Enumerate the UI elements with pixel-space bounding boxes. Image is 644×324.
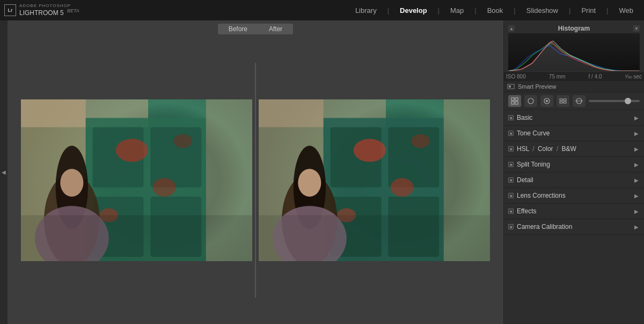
after-photo — [259, 99, 490, 262]
svg-rect-40 — [515, 102, 518, 104]
tool-eye-icon[interactable] — [573, 95, 586, 107]
panel-toggle-split-toning[interactable]: ■ — [508, 162, 514, 167]
nav-slideshow[interactable]: Slideshow — [526, 4, 558, 17]
panel-row-detail[interactable]: ■ Detail ▶ — [504, 172, 644, 188]
panel-arrow-detail: ▶ — [634, 177, 639, 183]
svg-point-7 — [116, 139, 148, 162]
panel-label-detail: Detail — [517, 176, 533, 184]
panel-toggle-detail[interactable]: ■ — [508, 177, 514, 183]
before-tab[interactable]: Before — [218, 24, 258, 34]
svg-point-10 — [173, 134, 192, 148]
nav-menu: Library | Develop | Map | Book | Slidesh… — [355, 4, 644, 17]
svg-point-8 — [153, 178, 176, 196]
smart-preview-label: Smart Preview — [518, 83, 557, 90]
after-photo-frame — [259, 99, 490, 262]
svg-rect-33 — [259, 215, 490, 261]
panel-toggle-basic[interactable]: ■ — [508, 115, 514, 120]
svg-rect-39 — [511, 102, 514, 104]
nav-library[interactable]: Library — [355, 4, 377, 17]
svg-point-24 — [354, 139, 386, 162]
nav-sep-1: | — [387, 6, 389, 15]
smart-preview-bar[interactable]: Smart Preview — [504, 81, 644, 92]
top-bar: Lr ADOBE PHOTOSHOP LIGHTROOM 5 BETA Libr… — [0, 0, 644, 20]
panel-toggle-camera-cal[interactable]: ■ — [508, 224, 514, 229]
nav-sep-5: | — [569, 6, 570, 15]
smart-preview-icon — [507, 84, 515, 89]
panel-arrow-hsl: ▶ — [634, 146, 639, 152]
camera-info: ISO 800 75 mm f / 4.0 ¹⁄₈₀ sec — [504, 72, 644, 81]
lightroom-label: LIGHTROOM 5 BETA — [19, 9, 79, 17]
panel-row-hsl[interactable]: ■ HSL / Color / B&W ▶ — [504, 141, 644, 157]
svg-rect-45 — [564, 99, 566, 100]
camera-aperture: f / 4.0 — [589, 74, 602, 80]
left-panel-toggle-icon: ◀ — [2, 169, 6, 175]
histogram-section: ▲ Histogram ▼ — [504, 20, 644, 71]
nav-sep-3: | — [474, 6, 476, 15]
svg-rect-47 — [564, 102, 566, 103]
center-area: Before After — [8, 20, 503, 324]
svg-rect-4 — [150, 127, 201, 187]
left-panel[interactable]: ◀ — [0, 20, 8, 324]
svg-rect-38 — [515, 98, 518, 100]
photo-area — [8, 37, 503, 324]
after-tab[interactable]: After — [258, 24, 293, 34]
nav-sep-4: | — [514, 6, 515, 15]
tool-target-icon[interactable] — [540, 95, 553, 107]
svg-point-43 — [546, 100, 548, 102]
panel-toggle-hsl[interactable]: ■ — [508, 146, 514, 152]
before-photo-panel — [18, 42, 255, 319]
panel-label-effects: Effects — [517, 207, 536, 215]
panel-arrow-split-toning: ▶ — [634, 162, 639, 168]
panel-row-tone-curve[interactable]: ■ Tone Curve ▶ — [504, 126, 644, 141]
nav-print[interactable]: Print — [581, 4, 596, 17]
panel-arrow-effects: ▶ — [634, 208, 639, 214]
nav-sep-6: | — [606, 6, 608, 15]
panel-arrow-lens: ▶ — [634, 193, 639, 199]
main-area: ◀ Before After — [0, 20, 644, 324]
svg-point-41 — [528, 98, 533, 104]
histogram-collapse-icon[interactable]: ▲ — [508, 25, 515, 32]
panel-label-split-toning: Split Toning — [517, 161, 550, 168]
panel-row-effects[interactable]: ■ Effects ▶ — [504, 204, 644, 219]
panel-toggle-lens[interactable]: ■ — [508, 193, 514, 198]
tool-split-icon[interactable] — [557, 95, 569, 107]
tools-slider[interactable] — [589, 100, 640, 102]
panel-toggle-tone-curve[interactable]: ■ — [508, 131, 514, 136]
histogram-expand-icon[interactable]: ▼ — [633, 25, 640, 32]
nav-sep-2: | — [438, 6, 440, 15]
after-photo-panel — [256, 42, 493, 319]
histogram-title: Histogram — [558, 25, 590, 32]
panel-row-basic[interactable]: ■ Basic ▶ — [504, 110, 644, 126]
svg-point-27 — [411, 134, 429, 148]
svg-rect-21 — [388, 127, 439, 187]
svg-rect-36 — [509, 85, 511, 88]
tools-slider-thumb[interactable] — [625, 98, 631, 104]
camera-iso: ISO 800 — [506, 74, 526, 80]
nav-map[interactable]: Map — [450, 4, 464, 17]
panel-label-basic: Basic — [517, 114, 532, 121]
beta-label: BETA — [67, 8, 79, 13]
lr-badge: Lr — [4, 4, 16, 16]
preview-tabs: Before After — [8, 20, 503, 37]
tool-grid-icon[interactable] — [508, 95, 521, 107]
panel-row-camera-calibration[interactable]: ■ Camera Calibration ▶ — [504, 219, 644, 235]
svg-rect-16 — [21, 215, 252, 261]
nav-develop[interactable]: Develop — [400, 4, 427, 17]
before-photo — [21, 99, 252, 262]
panel-label-camera-cal: Camera Calibration — [517, 223, 572, 231]
histogram-header: ▲ Histogram ▼ — [508, 23, 640, 33]
panel-row-lens-corrections[interactable]: ■ Lens Corrections ▶ — [504, 188, 644, 204]
right-panel: ▲ Histogram ▼ — [503, 20, 644, 324]
panel-row-split-toning[interactable]: ■ Split Toning ▶ — [504, 157, 644, 172]
panel-arrow-camera-cal: ▶ — [634, 224, 639, 230]
tool-circle-icon[interactable] — [524, 95, 537, 107]
panel-toggle-effects[interactable]: ■ — [508, 208, 514, 214]
svg-rect-37 — [511, 98, 514, 100]
camera-focal: 75 mm — [549, 74, 566, 80]
svg-point-25 — [391, 178, 414, 196]
nav-book[interactable]: Book — [487, 4, 503, 17]
svg-rect-46 — [560, 102, 562, 103]
nav-web[interactable]: Web — [619, 4, 634, 17]
before-photo-frame — [21, 99, 252, 262]
logo-area: Lr ADOBE PHOTOSHOP LIGHTROOM 5 BETA — [0, 4, 79, 17]
